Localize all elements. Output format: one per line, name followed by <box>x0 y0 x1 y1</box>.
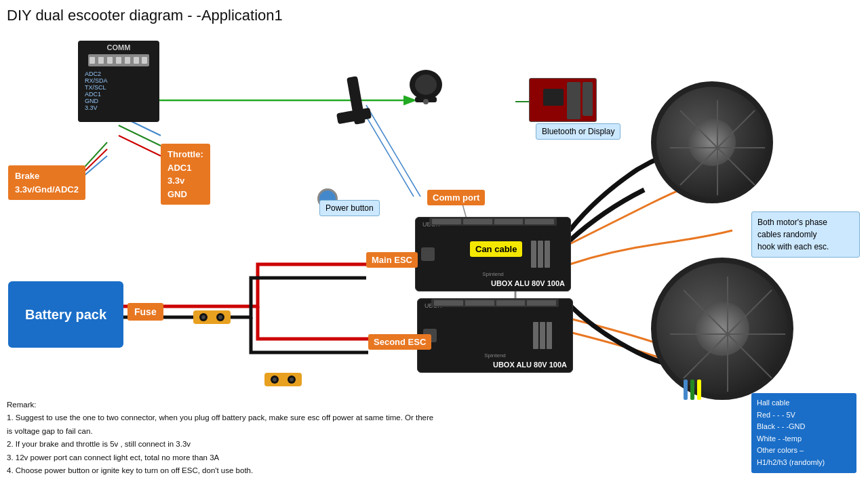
throttle-label: Throttle: ADC1 3.3v GND <box>161 144 210 205</box>
bluetooth-label: Bluetooth or Display <box>542 127 614 136</box>
main-esc-label: Main ESC <box>366 252 418 268</box>
comm-pin <box>134 57 139 64</box>
comm-port-label: Comm port <box>427 190 485 205</box>
comm-module: COMM ADC2 RX/SDA TX/SCL ADC1 GND 3.3V <box>78 41 159 122</box>
svg-point-36 <box>290 378 294 382</box>
esc1-model: UBOX ALU 80V 100A <box>491 279 565 287</box>
comm-pin <box>98 57 104 64</box>
remark-line-4: 3. 12v power port can connect light ect,… <box>7 451 433 465</box>
second-esc-label: Second ESC <box>368 334 431 350</box>
comm-pin <box>107 57 113 64</box>
svg-point-16 <box>415 75 437 95</box>
battery-pack-label: Battery pack <box>25 307 106 323</box>
comm-pins-labels: ADC2 RX/SDA TX/SCL ADC1 GND 3.3V <box>81 70 157 111</box>
xt60-connector-2 <box>264 369 305 392</box>
xt60-connector <box>193 307 234 329</box>
svg-point-35 <box>273 378 277 382</box>
svg-line-1 <box>119 136 161 156</box>
brake-label: Brake 3.3v/Gnd/ADC2 <box>8 165 85 200</box>
page-title: DIY dual escooter diagram - -Application… <box>7 7 283 24</box>
svg-point-30 <box>201 315 205 319</box>
comm-pin <box>125 57 130 64</box>
svg-line-2 <box>119 125 161 146</box>
svg-point-18 <box>423 99 429 104</box>
power-button-callout: Power button <box>319 200 380 216</box>
fuse-box: Fuse <box>127 303 163 321</box>
remark-line-5: 4. Choose power button or ignite key to … <box>7 464 433 478</box>
remark-section: Remark: 1. Suggest to use the one to two… <box>7 399 433 478</box>
remark-title: Remark: <box>7 399 433 412</box>
motors-note: Both motor's phase cables randomly hook … <box>751 211 860 258</box>
bell-icon <box>407 64 444 105</box>
bluetooth-callout: Bluetooth or Display <box>536 123 620 140</box>
remark-line-2: is voltage gap to fail can. <box>7 425 433 439</box>
hall-cable-text: Hall cable Red - - - 5V Black - - -GND W… <box>757 399 825 466</box>
motor-wheel-2 <box>651 258 793 400</box>
comm-pin <box>142 57 147 64</box>
svg-rect-32 <box>264 373 302 386</box>
hall-cable-info: Hall cable Red - - - 5V Black - - -GND W… <box>751 393 856 473</box>
comm-connector <box>88 54 149 66</box>
bt-chip <box>543 89 564 106</box>
can-cable-label: Can cable <box>470 241 522 257</box>
comm-pin <box>116 57 121 64</box>
motor-wheel-1 <box>651 81 773 203</box>
motors-note-text: Both motor's phase cables randomly hook … <box>757 218 829 251</box>
comm-pin <box>90 57 95 64</box>
remark-line-1: 1. Suggest to use the one to two connect… <box>7 411 433 425</box>
svg-rect-27 <box>193 310 231 324</box>
fuse-label: Fuse <box>134 306 157 317</box>
motor2-wires <box>684 380 701 400</box>
bluetooth-board <box>529 78 597 122</box>
esc2-brand: Spintend <box>484 352 506 359</box>
throttle-lever <box>330 73 384 134</box>
esc1-brand: Spintend <box>482 271 504 277</box>
second-esc: UBOX UBOX ALU 80V 100A Spintend <box>417 298 573 373</box>
power-button-label: Power button <box>326 203 374 213</box>
battery-pack: Battery pack <box>8 281 123 348</box>
comm-label: COMM <box>107 43 131 52</box>
svg-point-31 <box>218 315 222 319</box>
remark-line-3: 2. If your brake and throttle is 5v , st… <box>7 438 433 451</box>
esc2-model: UBOX ALU 80V 100A <box>493 361 567 369</box>
